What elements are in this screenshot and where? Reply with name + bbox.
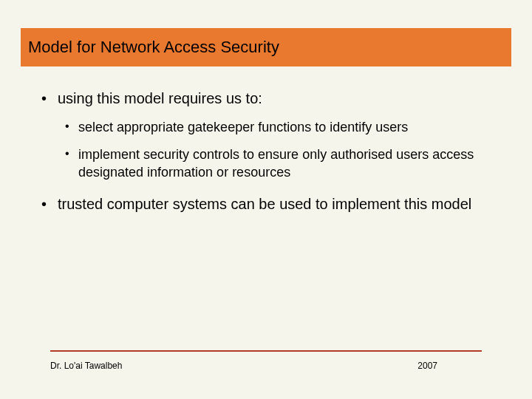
sub-bullet-item: implement security controls to ensure on… <box>58 146 497 181</box>
slide-body: using this model requires us to: select … <box>35 89 497 228</box>
title-bar: Model for Network Access Security <box>21 28 511 66</box>
bullet-text: trusted computer systems can be used to … <box>58 196 471 212</box>
footer-rule <box>50 350 482 352</box>
bullet-list: using this model requires us to: select … <box>35 89 497 214</box>
bullet-item: using this model requires us to: select … <box>35 89 497 181</box>
footer-year: 2007 <box>417 361 437 371</box>
slide-title: Model for Network Access Security <box>28 38 279 57</box>
footer: Dr. Lo'ai Tawalbeh 2007 <box>50 361 482 371</box>
bullet-item: trusted computer systems can be used to … <box>35 194 497 214</box>
sub-bullet-text: implement security controls to ensure on… <box>78 147 474 179</box>
sub-bullet-text: select appropriate gatekeeper functions … <box>78 120 408 134</box>
footer-author: Dr. Lo'ai Tawalbeh <box>50 361 122 371</box>
slide: Model for Network Access Security using … <box>0 0 532 399</box>
sub-bullet-list: select appropriate gatekeeper functions … <box>58 119 497 181</box>
sub-bullet-item: select appropriate gatekeeper functions … <box>58 119 497 136</box>
bullet-text: using this model requires us to: <box>58 90 262 106</box>
